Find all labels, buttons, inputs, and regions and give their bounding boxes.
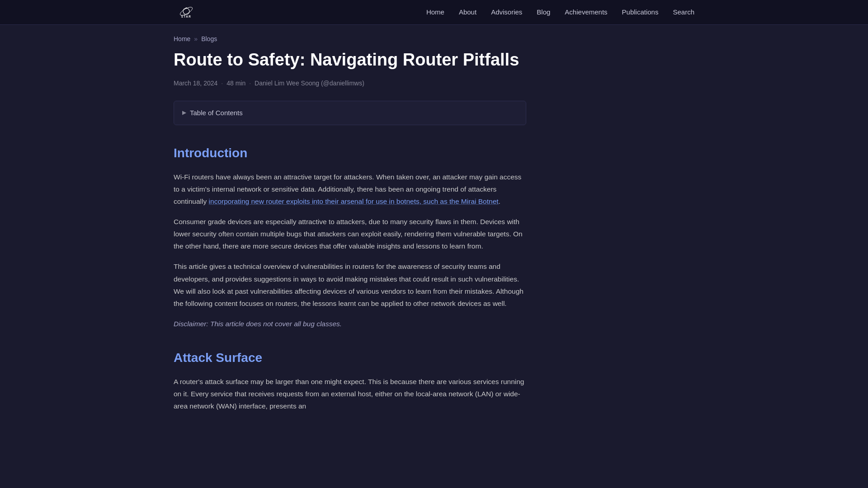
- logo-icon: STAR: [174, 3, 199, 21]
- article-body: Introduction Wi-Fi routers have always b…: [174, 143, 526, 412]
- attack-surface-heading: Attack Surface: [174, 348, 526, 368]
- nav-item-blog[interactable]: Blog: [537, 6, 550, 18]
- table-of-contents[interactable]: ▶ Table of Contents: [174, 101, 526, 125]
- breadcrumb: Home » Blogs: [174, 25, 694, 49]
- main-nav: STAR Home About Advisories Blog Achievem…: [163, 0, 705, 24]
- blog-article: Route to Safety: Navigating Router Pitfa…: [174, 49, 526, 456]
- nav-item-about[interactable]: About: [459, 6, 476, 18]
- nav-link-achievements[interactable]: Achievements: [565, 8, 607, 16]
- nav-item-publications[interactable]: Publications: [622, 6, 659, 18]
- main-content: Home » Blogs Route to Safety: Navigating…: [163, 25, 705, 456]
- attack-surface-paragraph-1: A router's attack surface may be larger …: [174, 375, 526, 412]
- intro-p1-end: .: [499, 197, 500, 205]
- intro-paragraph-2: Consumer grade devices are especially at…: [174, 216, 526, 252]
- logo[interactable]: STAR: [174, 3, 199, 21]
- breadcrumb-current: Blogs: [201, 34, 217, 44]
- svg-point-2: [186, 8, 187, 9]
- intro-paragraph-1: Wi-Fi routers have always been an attrac…: [174, 171, 526, 207]
- nav-link-advisories[interactable]: Advisories: [491, 8, 522, 16]
- article-read-time: 48 min: [226, 78, 245, 88]
- svg-text:STAR: STAR: [181, 15, 191, 18]
- nav-item-achievements[interactable]: Achievements: [565, 6, 607, 18]
- disclaimer-text: Disclaimer: This article does not cover …: [174, 320, 342, 328]
- nav-links: Home About Advisories Blog Achievements …: [426, 6, 694, 18]
- intro-heading: Introduction: [174, 143, 526, 164]
- nav-item-search[interactable]: Search: [673, 6, 694, 18]
- intro-paragraph-3: This article gives a technical overview …: [174, 260, 526, 310]
- meta-dot-1: ·: [221, 78, 223, 88]
- site-header: STAR Home About Advisories Blog Achievem…: [0, 0, 868, 25]
- toc-triangle-icon: ▶: [182, 108, 186, 117]
- mirai-botnet-link[interactable]: incorporating new router exploits into t…: [209, 197, 499, 205]
- breadcrumb-separator: »: [194, 34, 198, 44]
- article-author: Daniel Lim Wee Soong (@daniellimws): [255, 78, 364, 88]
- toc-summary: ▶ Table of Contents: [182, 108, 518, 118]
- toc-label: Table of Contents: [190, 108, 243, 118]
- svg-point-0: [183, 8, 189, 14]
- nav-link-publications[interactable]: Publications: [622, 8, 659, 16]
- article-date: March 18, 2024: [174, 78, 217, 88]
- nav-link-blog[interactable]: Blog: [537, 8, 550, 16]
- breadcrumb-home[interactable]: Home: [174, 34, 190, 44]
- intro-disclaimer: Disclaimer: This article does not cover …: [174, 318, 526, 330]
- nav-link-search[interactable]: Search: [673, 8, 694, 16]
- meta-dot-2: ·: [249, 78, 251, 88]
- nav-link-home[interactable]: Home: [426, 8, 444, 16]
- article-meta: March 18, 2024 · 48 min · Daniel Lim Wee…: [174, 78, 526, 88]
- nav-link-about[interactable]: About: [459, 8, 476, 16]
- nav-item-advisories[interactable]: Advisories: [491, 6, 522, 18]
- nav-item-home[interactable]: Home: [426, 6, 444, 18]
- article-title: Route to Safety: Navigating Router Pitfa…: [174, 49, 526, 71]
